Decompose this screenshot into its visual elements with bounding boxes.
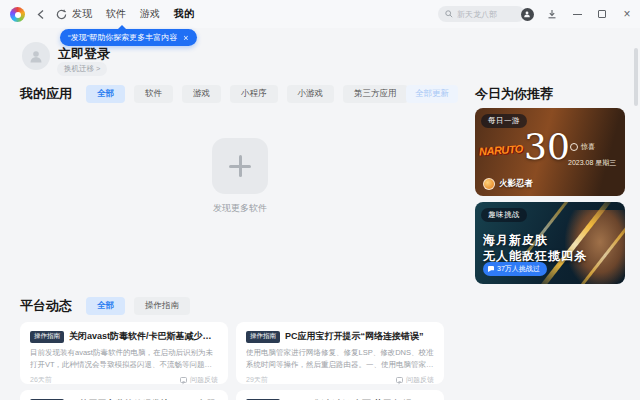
platform-filters: 全部 操作指南 [86, 297, 190, 315]
window-controls: × [520, 0, 634, 28]
scrollbar-thumb[interactable] [634, 48, 638, 106]
search-box[interactable] [438, 6, 525, 22]
challenge-line1: 海月新皮肤 [483, 232, 548, 249]
tag-ring-icon [570, 143, 578, 151]
news-title: PC应用宝打开提示“网络连接错误” [285, 330, 424, 343]
my-apps-filters: 全部 软件 游戏 小程序 小游戏 第三方应用 [86, 85, 408, 103]
feedback-link[interactable]: 问题反馈 [180, 375, 218, 385]
download-icon[interactable] [545, 7, 559, 21]
account-icon[interactable] [520, 7, 534, 21]
titlebar: 发现 软件 游戏 我的 × [0, 0, 640, 28]
discover-tooltip: “发现”帮助你探索更多丰富内容 × [60, 29, 197, 46]
plus-icon [229, 155, 251, 177]
tab-games[interactable]: 游戏 [140, 7, 160, 21]
feedback-icon [396, 377, 403, 383]
minimize-button[interactable] [570, 7, 584, 21]
filter-all[interactable]: 全部 [86, 85, 125, 103]
news-title: 关闭avast防毒软件/卡巴斯基减少卡顿现象 [69, 330, 218, 343]
my-apps-header: 我的应用 全部 软件 游戏 小程序 小游戏 第三方应用 [20, 85, 450, 103]
daily-date: 2023.08 星期三 [568, 158, 616, 168]
search-icon [445, 10, 453, 18]
platform-header: 平台动态 全部 操作指南 [20, 297, 190, 315]
news-card[interactable]: 操作指南 PC应用宝打开提示“网络连接错误” 使用电脑管家进行网络修复、修复LS… [236, 322, 444, 384]
close-button[interactable]: × [620, 7, 634, 21]
add-software-tile[interactable] [212, 138, 268, 194]
game-avatar [483, 178, 495, 190]
flag-icon [488, 266, 494, 272]
filter-software[interactable]: 软件 [134, 85, 173, 103]
challenge-stat-badge: 37万人挑战过 [483, 262, 547, 276]
profile-sub-link[interactable]: 换机迁移 > [57, 62, 107, 76]
user-icon [28, 48, 44, 64]
news-card[interactable]: 操作指南 opengl版本过低/卡死/花屏/闪退，升级显卡驱动… [236, 390, 444, 400]
challenge-badge: 趣味挑战 [481, 208, 527, 222]
platform-filter-guide[interactable]: 操作指南 [134, 297, 190, 315]
filter-thirdparty[interactable]: 第三方应用 [343, 85, 408, 103]
daily-game-badge: 每日一游 [481, 114, 527, 128]
platform-title: 平台动态 [20, 297, 72, 315]
feedback-link[interactable]: 问题反馈 [396, 375, 434, 385]
my-apps-title: 我的应用 [20, 85, 72, 103]
news-card[interactable]: 操作指南 关闭avast防毒软件/卡巴斯基减少卡顿现象 目前发现装有avast防… [20, 322, 228, 384]
avatar[interactable] [22, 42, 50, 70]
news-time: 29天前 [246, 375, 268, 385]
tab-mine[interactable]: 我的 [174, 7, 194, 21]
platform-filter-all[interactable]: 全部 [86, 297, 125, 315]
news-tag: 操作指南 [30, 331, 64, 343]
back-icon[interactable] [32, 0, 50, 28]
tooltip-close-icon[interactable]: × [183, 33, 188, 43]
feedback-icon [180, 377, 187, 383]
add-software-label: 发现更多软件 [180, 202, 300, 215]
news-body: 使用电脑管家进行网络修复、修复LSP、修改DNS、校准系统时间等操作，然后重启路… [246, 347, 434, 370]
challenge-card[interactable]: 趣味挑战 海月新皮肤 无人能敌狂揽四杀 37万人挑战过 [475, 202, 625, 284]
news-card[interactable]: 操作指南 pc校园网安装软件经常掉DNS服务器 [20, 390, 228, 400]
news-tag: 操作指南 [246, 331, 280, 343]
filter-games[interactable]: 游戏 [182, 85, 221, 103]
search-input[interactable] [457, 10, 517, 19]
app-window: 发现 软件 游戏 我的 × “发现”帮助你探索更多丰富内容 × 立即登录 [0, 0, 640, 400]
main-tabs: 发现 软件 游戏 我的 [72, 0, 194, 28]
maximize-button[interactable] [595, 7, 609, 21]
news-body: 目前发现装有avast防毒软件的电脑，在启动后识别为未打开VT，此种情况会导致模… [30, 347, 218, 370]
daily-game-card[interactable]: 每日一游 NARUTO 30 惊喜 2023.08 星期三 火影忍者 [475, 108, 625, 196]
tab-software[interactable]: 软件 [106, 7, 126, 21]
naruto-logo: NARUTO [479, 142, 524, 157]
filter-minigames[interactable]: 小游戏 [287, 85, 335, 103]
daily-day-number: 30 [524, 126, 570, 167]
tooltip-text: “发现”帮助你探索更多丰富内容 [68, 32, 177, 43]
login-button[interactable]: 立即登录 [58, 45, 110, 63]
app-logo-icon[interactable] [10, 7, 25, 22]
daily-game-name: 火影忍者 [483, 178, 533, 190]
daily-tag: 惊喜 [570, 142, 595, 152]
tab-discover[interactable]: 发现 [72, 7, 92, 21]
news-time: 26天前 [30, 375, 52, 385]
filter-miniprogram[interactable]: 小程序 [230, 85, 278, 103]
update-all-button[interactable]: 全部更新 [406, 85, 458, 103]
recommend-title: 今日为你推荐 [475, 85, 553, 103]
refresh-icon[interactable] [52, 0, 70, 28]
